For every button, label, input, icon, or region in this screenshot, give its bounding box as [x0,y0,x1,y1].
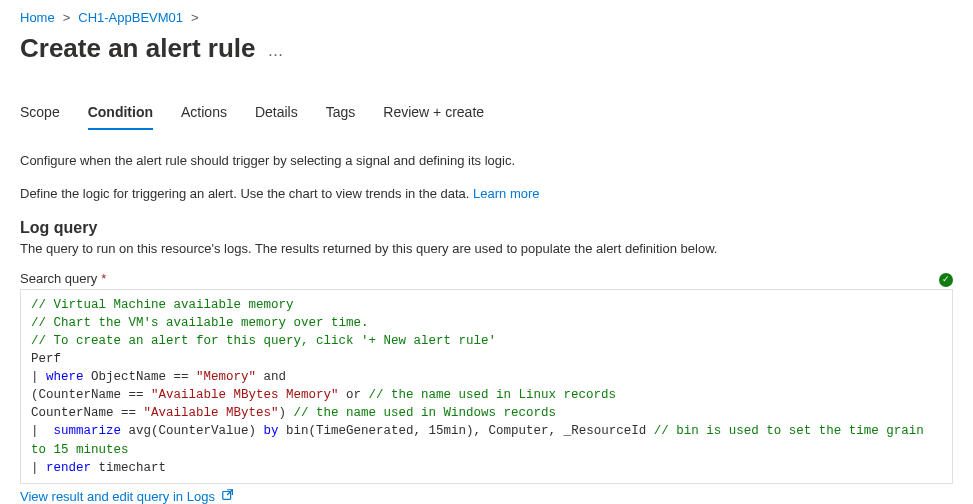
view-result-link[interactable]: View result and edit query in Logs [20,488,235,504]
view-result-link-label: View result and edit query in Logs [20,489,215,504]
help-text-2-prefix: Define the logic for triggering an alert… [20,186,473,201]
tab-review[interactable]: Review + create [383,104,484,130]
validation-indicator: ✓ [939,270,953,287]
required-indicator: * [101,271,106,286]
help-text-2: Define the logic for triggering an alert… [20,186,953,201]
breadcrumb-home[interactable]: Home [20,10,55,25]
code-token: Perf [31,352,61,366]
code-token: avg(CounterValue) [121,424,264,438]
tab-condition[interactable]: Condition [88,104,153,130]
code-comment: // Chart the VM's available memory over … [31,316,369,330]
code-keyword: render [46,461,91,475]
more-menu-icon[interactable]: … [268,42,284,60]
code-token: timechart [91,461,166,475]
tab-details[interactable]: Details [255,104,298,130]
check-circle-icon: ✓ [939,273,953,287]
search-query-label: Search query [20,271,97,286]
code-token: and [256,370,286,384]
code-token: ObjectName == [84,370,197,384]
code-keyword: summarize [54,424,122,438]
breadcrumb-sep: > [63,10,71,25]
tab-tags[interactable]: Tags [326,104,356,130]
breadcrumb: Home > CH1-AppBEVM01 > [20,10,953,25]
code-token: (CounterName == [31,388,151,402]
popout-icon [221,488,235,504]
search-query-field-row: Search query * ✓ [20,270,953,287]
code-token: or [339,388,362,402]
breadcrumb-sep: > [191,10,199,25]
search-query-input[interactable]: // Virtual Machine available memory // C… [20,289,953,484]
code-keyword: where [46,370,84,384]
code-token: | [31,424,54,438]
code-comment: // the name used in Linux records [361,388,616,402]
tab-scope[interactable]: Scope [20,104,60,130]
breadcrumb-resource[interactable]: CH1-AppBEVM01 [78,10,183,25]
code-token: ) [279,406,287,420]
code-token: | [31,370,46,384]
page-title: Create an alert rule [20,33,256,64]
code-string: "Available MBytes" [144,406,279,420]
section-sub-log-query: The query to run on this resource's logs… [20,241,953,256]
code-token: CounterName == [31,406,144,420]
learn-more-link[interactable]: Learn more [473,186,539,201]
help-text-1: Configure when the alert rule should tri… [20,153,953,168]
code-string: "Available MBytes Memory" [151,388,339,402]
code-string: "Memory" [196,370,256,384]
tabs: Scope Condition Actions Details Tags Rev… [20,104,953,131]
code-comment: // the name used in Windows records [286,406,556,420]
page-title-row: Create an alert rule … [20,33,953,64]
code-comment: // To create an alert for this query, cl… [31,334,496,348]
tab-actions[interactable]: Actions [181,104,227,130]
code-token: bin(TimeGenerated, 15min), Computer, _Re… [279,424,647,438]
code-token: | [31,461,46,475]
code-comment: // Virtual Machine available memory [31,298,294,312]
section-heading-log-query: Log query [20,219,953,237]
code-keyword: by [264,424,279,438]
